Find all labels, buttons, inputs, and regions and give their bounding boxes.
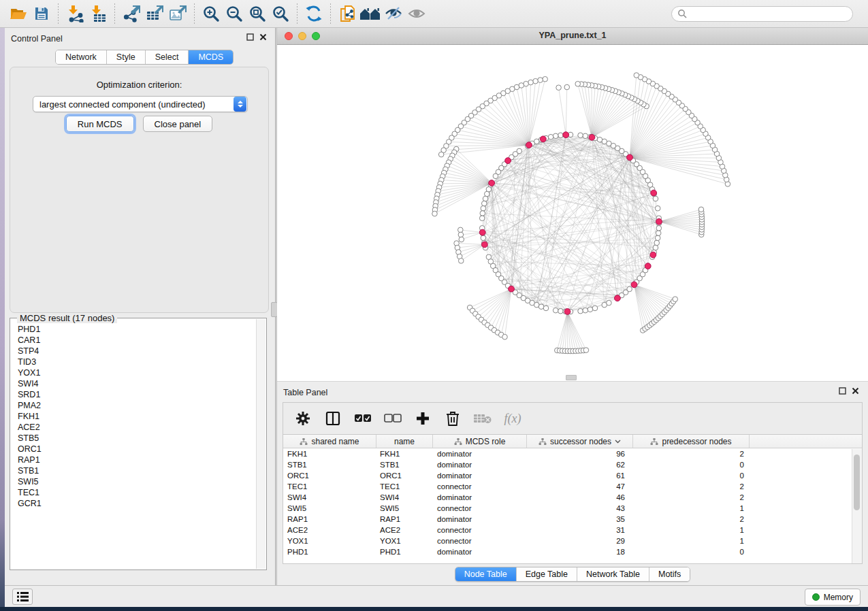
mcds-result-item[interactable]: CAR1 <box>11 335 256 346</box>
zoom-out-button[interactable] <box>223 3 246 24</box>
mcds-result-list[interactable]: PHD1CAR1STP4TID3YOX1SWI4SRD1PMA2FKH1ACE2… <box>11 324 256 569</box>
new-network-from-selection-button[interactable] <box>336 3 359 24</box>
network-node[interactable] <box>458 232 464 237</box>
mcds-result-item[interactable]: RAP1 <box>11 455 256 465</box>
tab-style[interactable]: Style <box>107 50 146 64</box>
show-all-button[interactable] <box>405 3 428 24</box>
network-node[interactable] <box>583 308 588 313</box>
search-box[interactable] <box>671 6 853 22</box>
horizontal-splitter-handle[interactable] <box>566 375 577 380</box>
network-node[interactable] <box>634 73 639 78</box>
network-node[interactable] <box>592 306 598 311</box>
network-node[interactable] <box>480 211 485 216</box>
mcds-result-item[interactable]: TEC1 <box>11 487 256 498</box>
network-hub-node[interactable] <box>481 242 487 248</box>
mcds-result-item[interactable]: STP4 <box>11 346 256 357</box>
table-cell[interactable]: FKH1 <box>376 448 433 459</box>
network-node[interactable] <box>438 152 444 157</box>
tab-motifs[interactable]: Motifs <box>649 567 690 581</box>
column-header-successor-nodes[interactable]: successor nodes <box>527 435 633 448</box>
table-row[interactable]: STB1STB1dominator620 <box>283 459 862 470</box>
table-cell[interactable]: 29 <box>527 535 633 546</box>
mcds-result-item[interactable]: SRD1 <box>11 389 256 400</box>
network-node[interactable] <box>543 306 549 311</box>
table-cell[interactable]: dominator <box>433 546 527 557</box>
network-node[interactable] <box>698 207 704 212</box>
table-cell[interactable]: 0 <box>633 459 750 470</box>
float-panel-icon[interactable] <box>839 387 846 395</box>
network-hub-node[interactable] <box>656 218 662 225</box>
network-hub-node[interactable] <box>540 136 546 142</box>
table-row[interactable]: ACE2ACE2connector311 <box>283 525 862 535</box>
table-cell[interactable]: 62 <box>527 459 633 470</box>
network-node[interactable] <box>481 205 486 211</box>
network-node[interactable] <box>558 308 564 314</box>
table-cell[interactable]: SWI4 <box>283 492 376 503</box>
zoom-in-button[interactable] <box>199 3 223 24</box>
table-cell[interactable]: connector <box>433 535 527 546</box>
network-node[interactable] <box>578 133 583 138</box>
tab-network-table[interactable]: Network Table <box>577 567 649 581</box>
network-hub-node[interactable] <box>627 154 633 161</box>
save-session-button[interactable] <box>30 3 53 24</box>
network-node[interactable] <box>575 81 581 86</box>
close-panel-icon[interactable] <box>259 33 267 41</box>
table-cell[interactable]: 96 <box>527 448 633 459</box>
table-scrollbar-thumb[interactable] <box>854 455 860 510</box>
column-header-shared-name[interactable]: shared name <box>283 435 376 448</box>
table-cell[interactable]: 2 <box>633 481 750 492</box>
table-cell[interactable]: ORC1 <box>283 470 376 481</box>
table-row[interactable]: TEC1TEC1connector472 <box>283 481 862 492</box>
network-hub-node[interactable] <box>489 180 495 186</box>
network-node[interactable] <box>597 137 602 142</box>
mcds-list-scrollbar[interactable] <box>256 319 266 569</box>
network-node[interactable] <box>607 300 612 306</box>
add-column-button[interactable] <box>413 408 433 429</box>
table-cell[interactable]: 31 <box>527 525 633 535</box>
table-cell[interactable]: 2 <box>633 492 750 503</box>
mcds-result-item[interactable]: STB1 <box>11 465 256 476</box>
network-node[interactable] <box>481 201 487 206</box>
table-cell[interactable]: 1 <box>633 525 750 535</box>
network-node[interactable] <box>539 304 544 310</box>
network-hub-node[interactable] <box>614 295 620 301</box>
table-cell[interactable]: RAP1 <box>283 514 376 525</box>
table-cell[interactable]: SWI5 <box>376 503 433 514</box>
network-node[interactable] <box>479 216 485 221</box>
table-cell[interactable]: PHD1 <box>376 546 433 557</box>
first-neighbors-button[interactable] <box>359 3 382 24</box>
network-hub-node[interactable] <box>526 142 532 148</box>
network-node[interactable] <box>459 237 464 242</box>
table-cell[interactable]: 18 <box>527 546 633 557</box>
zoom-fit-button[interactable] <box>246 3 269 24</box>
network-hub-node[interactable] <box>563 132 569 138</box>
table-cell[interactable]: dominator <box>433 448 527 459</box>
network-node[interactable] <box>673 297 678 302</box>
column-header-name[interactable]: name <box>376 435 433 448</box>
table-cell[interactable]: 61 <box>527 470 633 481</box>
import-network-button[interactable] <box>63 3 86 24</box>
table-cell[interactable]: 2 <box>633 448 750 459</box>
delete-table-button[interactable] <box>472 408 493 429</box>
network-window-titlebar[interactable]: YPA_prune.txt_1 <box>277 28 868 45</box>
column-header-MCDS-role[interactable]: MCDS role <box>433 435 527 448</box>
tab-mcds[interactable]: MCDS <box>189 50 233 64</box>
export-image-button[interactable] <box>166 3 189 24</box>
network-hub-node[interactable] <box>509 286 515 292</box>
mcds-result-item[interactable]: SWI4 <box>11 378 256 389</box>
table-cell[interactable]: ACE2 <box>283 525 376 535</box>
table-cell[interactable]: 1 <box>633 503 750 514</box>
tab-edge-table[interactable]: Edge Table <box>517 567 577 581</box>
mcds-result-item[interactable]: ACE2 <box>11 422 256 433</box>
table-cell[interactable]: 0 <box>633 470 750 481</box>
table-cell[interactable]: ACE2 <box>376 525 433 535</box>
mcds-result-item[interactable]: SWI5 <box>11 476 256 487</box>
table-cell[interactable]: YOX1 <box>283 535 376 546</box>
table-settings-button[interactable] <box>293 408 313 429</box>
mcds-result-item[interactable]: FKH1 <box>11 411 256 422</box>
network-hub-node[interactable] <box>631 282 637 288</box>
table-row[interactable]: RAP1RAP1dominator352 <box>283 514 862 525</box>
hide-selected-button[interactable] <box>382 3 405 24</box>
node-table[interactable]: shared namenameMCDS rolesuccessor nodesp… <box>283 434 863 564</box>
table-cell[interactable]: 46 <box>527 492 633 503</box>
